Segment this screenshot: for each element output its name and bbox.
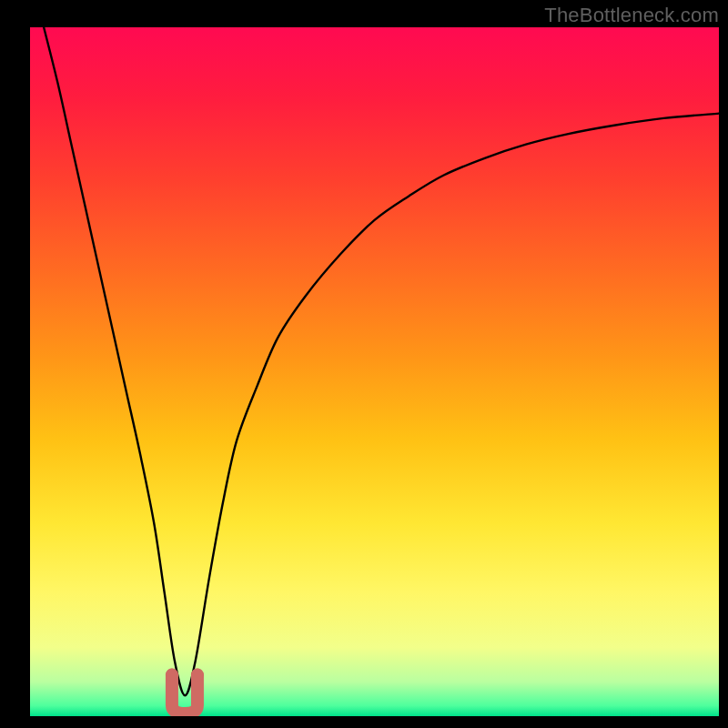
gradient-background [30, 27, 719, 716]
watermark-text: TheBottleneck.com [544, 4, 719, 27]
frame-right [719, 0, 728, 728]
frame-left [0, 0, 30, 728]
frame-bottom [0, 716, 728, 728]
bottleneck-chart [0, 0, 728, 728]
minimum-endpoint [166, 669, 178, 682]
minimum-endpoint [191, 669, 204, 682]
chart-container: TheBottleneck.com [0, 0, 728, 728]
